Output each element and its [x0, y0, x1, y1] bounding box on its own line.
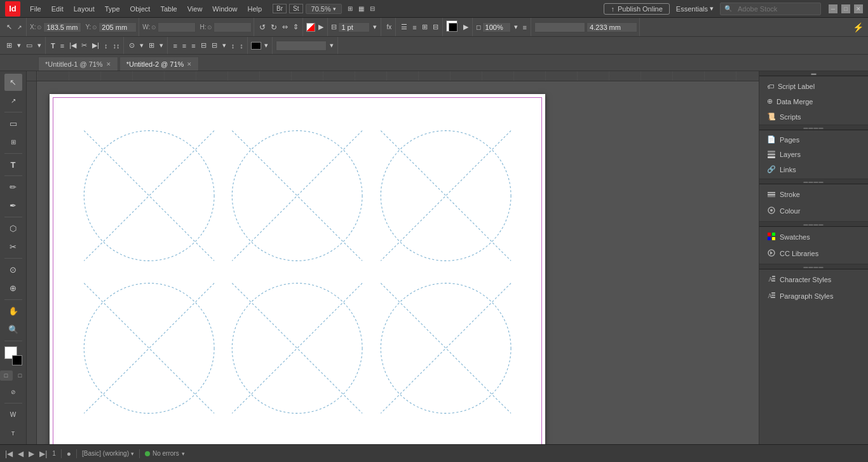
type-tool[interactable]: T — [4, 156, 22, 173]
frame-tool[interactable]: ⊞ — [4, 133, 22, 151]
pen-tool[interactable]: ✒ — [4, 197, 22, 214]
colour-item[interactable]: Colour — [763, 203, 864, 219]
record-btn[interactable]: ● — [67, 449, 71, 458]
data-merge-item[interactable]: ⊕ Data Merge — [763, 95, 864, 108]
first-page-btn[interactable]: |◀ — [5, 449, 13, 458]
maximize-button[interactable]: □ — [841, 4, 850, 13]
frame-dropdown-btn2[interactable]: ▾ — [36, 40, 43, 51]
text-tool-btn[interactable]: T — [49, 41, 57, 51]
next-page-btn[interactable]: ▶ — [29, 449, 34, 458]
essentials-button[interactable]: Essentials ▾ — [671, 3, 719, 14]
align-btn4[interactable]: ⊟ — [431, 22, 440, 32]
tab-untitled1[interactable]: *Untitled-1 @ 71% ✕ — [38, 57, 118, 71]
scissors-tool[interactable]: ✂ — [4, 238, 22, 255]
transform-dropdown-btn[interactable]: ▾ — [158, 40, 165, 51]
color-fill-btn[interactable]: □ — [0, 370, 13, 381]
para-btn4[interactable]: ⊟ — [199, 40, 208, 51]
zoom-tool[interactable]: 🔍 — [4, 321, 22, 338]
last-page-btn[interactable]: ▶| — [39, 449, 47, 458]
w-value[interactable] — [158, 22, 196, 32]
para-dropdown-btn[interactable]: ▾ — [220, 40, 228, 51]
text-settings-btn[interactable]: ≡ — [58, 41, 66, 51]
menu-view[interactable]: View — [183, 3, 207, 15]
flip-h-btn[interactable]: ⇔ — [280, 22, 290, 32]
para-btn5[interactable]: ⊟ — [210, 40, 219, 51]
spacing-btn1[interactable]: ↕ — [229, 41, 237, 51]
menu-edit[interactable]: Edit — [47, 3, 68, 15]
rotate-tool[interactable]: ⊙ — [4, 261, 22, 278]
preview-mode-btn[interactable]: W — [4, 406, 22, 423]
color-arrow-btn[interactable]: ▶ — [461, 22, 470, 32]
text-flow-btn2[interactable]: ✂ — [79, 40, 89, 51]
prev-page-btn[interactable]: ◀ — [18, 449, 24, 458]
effects-btn[interactable]: fx — [384, 22, 393, 32]
scale-tool[interactable]: ⊕ — [4, 280, 22, 297]
select-tool-btn[interactable]: ↖ — [4, 22, 14, 32]
fill-dropdown-btn[interactable]: ▾ — [262, 40, 270, 51]
stroke-value[interactable] — [338, 22, 370, 32]
opacity-settings-btn[interactable]: ≡ — [521, 22, 529, 32]
h-value[interactable] — [214, 22, 252, 32]
stroke-item[interactable]: Stroke — [763, 187, 864, 202]
stock-btn[interactable]: St — [289, 4, 302, 13]
minimize-button[interactable]: ─ — [829, 4, 837, 13]
rotate-ccw-btn[interactable]: ↺ — [257, 22, 268, 33]
tab-untitled2-close[interactable]: ✕ — [187, 61, 192, 67]
mode-btn[interactable]: T — [4, 425, 22, 442]
menu-type[interactable]: Type — [100, 3, 125, 15]
para-btn2[interactable]: ≡ — [180, 41, 188, 51]
opacity-dropdown-btn[interactable]: ▾ — [512, 22, 520, 32]
links-item[interactable]: 🔗 Links — [763, 163, 864, 176]
style-dropdown-icon[interactable]: ▾ — [131, 451, 134, 457]
layout-view-btn3[interactable]: ⊟ — [368, 4, 377, 13]
arrow-right-btn[interactable]: ▶ — [316, 22, 325, 32]
hand-tool[interactable]: ✋ — [4, 302, 22, 320]
layers-item[interactable]: Layers — [763, 147, 864, 161]
gradient-fill-btn[interactable]: □ — [14, 370, 27, 381]
bridge-btn[interactable]: Br — [273, 4, 287, 13]
para-btn1[interactable]: ≡ — [171, 41, 179, 51]
align-btn3[interactable]: ⊞ — [420, 22, 430, 32]
panel-collapse-handle[interactable]: ▬ — [759, 71, 868, 76]
align-left-btn[interactable]: ☰ — [399, 22, 409, 32]
script-label-item[interactable]: 🏷 Script Label — [763, 80, 864, 93]
tab-untitled2[interactable]: *Untitled-2 @ 71% ✕ — [119, 57, 200, 71]
dimension-value[interactable] — [534, 22, 585, 32]
selection-tool[interactable]: ↖ — [4, 74, 22, 91]
rotate-cw-btn[interactable]: ↻ — [269, 22, 279, 33]
menu-help[interactable]: Help — [243, 3, 266, 15]
quick-apply-btn[interactable]: ⚡ — [851, 21, 865, 34]
layout-view-btn2[interactable]: ▦ — [356, 4, 366, 13]
fill-settings-btn[interactable]: ▾ — [328, 40, 336, 51]
character-styles-item[interactable]: A Character Styles — [763, 272, 864, 287]
dimension-value2[interactable] — [587, 22, 637, 32]
menu-table[interactable]: Table — [156, 3, 181, 15]
text-flow-btn4[interactable]: ↕ — [102, 41, 110, 51]
frame-dropdown-btn[interactable]: ▾ — [15, 40, 23, 51]
transform-origin-btn[interactable]: ⊞ — [147, 40, 156, 51]
menu-layout[interactable]: Layout — [69, 3, 99, 15]
flip-v-btn[interactable]: ⇕ — [291, 22, 301, 32]
text-flow-btn3[interactable]: ▶| — [90, 40, 101, 51]
none-fill-btn[interactable]: ⊘ — [4, 383, 22, 400]
text-flow-btn5[interactable]: ↕↕ — [111, 41, 121, 51]
layout-view-btn1[interactable]: ⊞ — [346, 4, 355, 13]
anchor-dropdown-btn[interactable]: ▾ — [138, 40, 146, 51]
direct-selection-tool[interactable]: ↗ — [4, 92, 22, 109]
swatches-item[interactable]: Swatches — [763, 229, 864, 245]
tab-untitled1-close[interactable]: ✕ — [106, 61, 111, 67]
frame-tool-btn2[interactable]: ▭ — [24, 40, 34, 51]
zoom-level[interactable]: 70.5% — [311, 5, 331, 13]
gradient-tool[interactable]: ⬡ — [4, 220, 22, 237]
y-value[interactable] — [98, 22, 137, 32]
pages-item[interactable]: 📄 Pages — [763, 133, 864, 146]
rectangle-tool[interactable]: ▭ — [4, 115, 22, 132]
menu-object[interactable]: Object — [126, 3, 155, 15]
publish-online-button[interactable]: ↑ Publish Online — [604, 3, 669, 15]
stroke-dropdown-btn[interactable]: ▾ — [371, 22, 379, 32]
zoom-dropdown-icon[interactable]: ▾ — [333, 6, 336, 12]
adobe-stock-search[interactable] — [734, 4, 817, 14]
align-right-btn[interactable]: ≡ — [410, 22, 418, 32]
direct-select-btn[interactable]: ↗ — [15, 23, 24, 32]
para-btn3[interactable]: ≡ — [189, 41, 197, 51]
